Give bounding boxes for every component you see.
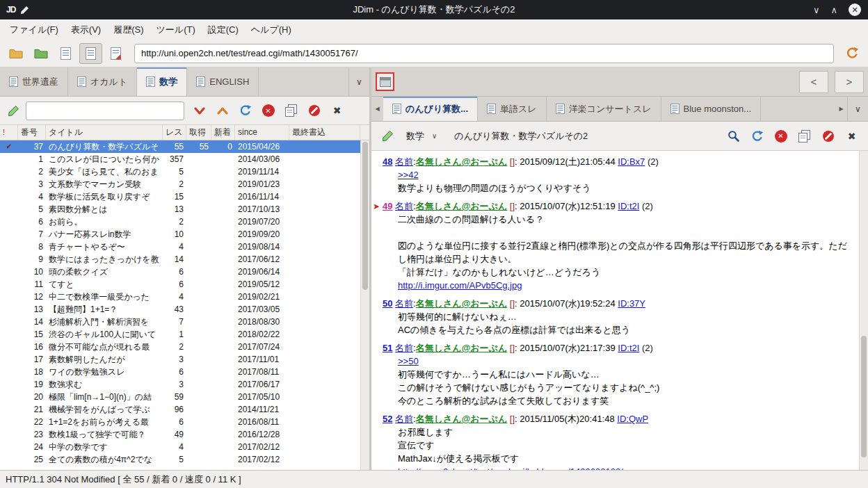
thread-tab[interactable]: 洋楽コンサートスレ: [547, 97, 661, 121]
stop-button[interactable]: ✕: [770, 126, 791, 147]
table-row[interactable]: 14杉浦解析入門・解析演習を72018/08/30: [0, 316, 360, 328]
board-tab-dropdown-button[interactable]: ∨: [348, 67, 369, 96]
thread-tab[interactable]: Blue moonston...: [661, 97, 762, 121]
thread-tab[interactable]: のんびり算数...: [383, 97, 478, 121]
table-row[interactable]: 15渋谷のギャル100人に聞いて12018/02/22: [0, 328, 360, 341]
close-view-button[interactable]: ✖: [841, 126, 862, 147]
post-body-link[interactable]: http://super2ch.net/test/read.cgi/kqbbzo…: [398, 466, 623, 470]
table-row[interactable]: 18ワイの数学勉強スレ62017/08/11: [0, 366, 360, 378]
board-scrollbar[interactable]: [360, 140, 369, 470]
table-row[interactable]: 19数強求む32017/06/17: [0, 378, 360, 391]
table-row[interactable]: 16微分不可能な点が現れる最22017/07/24: [0, 341, 360, 353]
column-header-res[interactable]: レス: [163, 125, 186, 140]
table-row[interactable]: 6お前ら。22019/07/20: [0, 215, 360, 228]
table-row[interactable]: 17素数解明したんだが32017/11/01: [0, 353, 360, 366]
board-tab[interactable]: ENGLISH: [187, 67, 259, 96]
board-tab[interactable]: オカルト: [68, 67, 137, 96]
table-row[interactable]: 7バナー応募スレin数学102019/09/20: [0, 228, 360, 241]
table-row[interactable]: 20極限「lim[n→1−0](n)」の結592017/05/10: [0, 391, 360, 403]
search-in-thread-button[interactable]: [723, 126, 744, 147]
post-id-link[interactable]: ID:t2I: [618, 343, 639, 353]
table-row[interactable]: 5素因数分解とは132017/10/13: [0, 203, 360, 215]
post-name-label-link[interactable]: 名前: [395, 201, 413, 211]
post-id-link[interactable]: ID:Bx7: [618, 156, 645, 167]
post-number-link[interactable]: 50: [383, 298, 392, 309]
copy-button[interactable]: [794, 126, 815, 147]
table-row[interactable]: 221+1=2をお前らが考える最62016/08/11: [0, 416, 360, 428]
table-row[interactable]: 21機械学習をがんばって学ぶ962014/11/21: [0, 403, 360, 416]
menu-item[interactable]: ツール(T): [150, 20, 202, 40]
board-filter-input[interactable]: [26, 101, 184, 120]
close-button[interactable]: ✕: [849, 3, 861, 16]
image-view-tab[interactable]: [376, 72, 394, 91]
post-body-link[interactable]: >>42: [398, 170, 419, 180]
menu-item[interactable]: 設定(C): [202, 20, 245, 40]
table-row[interactable]: 11てすと62019/05/12: [0, 278, 360, 291]
board-list-button[interactable]: [4, 43, 27, 64]
post-body-link[interactable]: >>50: [398, 356, 419, 366]
copy-button[interactable]: [280, 100, 302, 121]
column-header-num[interactable]: 番号: [18, 125, 46, 140]
menu-item[interactable]: ヘルプ(H): [245, 20, 298, 40]
search-prev-button[interactable]: [211, 100, 233, 121]
minimize-button[interactable]: ∨: [813, 6, 820, 15]
table-row[interactable]: 4数学板に活気を取り戻すぞ152016/11/14: [0, 190, 360, 203]
menu-item[interactable]: 履歴(S): [107, 20, 150, 40]
post-number-link[interactable]: 51: [383, 343, 392, 353]
url-input[interactable]: [134, 44, 834, 63]
table-row[interactable]: 23数検1級って独学で可能？492016/12/28: [0, 428, 360, 441]
table-row[interactable]: 24中学の数学です42017/02/12: [0, 441, 360, 453]
table-row[interactable]: 9数学にはまったきっかけを教142017/06/12: [0, 253, 360, 266]
table-row[interactable]: 12中二で数検準一級受かった42019/02/21: [0, 291, 360, 303]
board-tab[interactable]: 世界遺産: [0, 67, 68, 96]
board-tab[interactable]: 数学: [137, 67, 187, 96]
scrollbar-thumb[interactable]: [362, 142, 368, 290]
post-number-link[interactable]: 48: [383, 156, 392, 167]
post-name-label-link[interactable]: 名前: [395, 343, 413, 353]
favorites-button[interactable]: [29, 43, 52, 64]
stop-button[interactable]: ✕: [257, 100, 279, 121]
thread-scrollbar[interactable]: [859, 151, 868, 470]
post-name-label-link[interactable]: 名前: [395, 414, 413, 424]
reload-thread-button[interactable]: [746, 126, 768, 147]
scrollbar-thumb[interactable]: [861, 336, 867, 457]
table-row[interactable]: 1このスレが目についたら何か3572014/03/06: [0, 153, 360, 165]
table-row[interactable]: 10頭の柔軟クイズ62019/06/14: [0, 266, 360, 278]
column-header-since[interactable]: since: [235, 125, 289, 140]
thread-tab[interactable]: 単語スレ: [478, 97, 547, 121]
abone-button[interactable]: [817, 126, 839, 147]
table-row[interactable]: 13【超難問】1+1=？432017/03/05: [0, 303, 360, 316]
url-open-button[interactable]: [841, 43, 864, 64]
tab-scroll-left-button[interactable]: ◀: [371, 97, 383, 121]
write-post-button[interactable]: [377, 126, 399, 147]
search-next-button[interactable]: [188, 100, 210, 121]
close-view-button[interactable]: ✖: [326, 100, 348, 121]
menu-item[interactable]: ファイル(F): [3, 20, 65, 40]
reload-board-button[interactable]: [234, 100, 256, 121]
column-header-last[interactable]: 最終書込: [289, 125, 360, 140]
next-view-button[interactable]: >: [835, 71, 864, 93]
abone-button[interactable]: [303, 100, 325, 121]
post-name-label-link[interactable]: 名前: [395, 156, 413, 167]
maximize-button[interactable]: ∧: [830, 6, 837, 15]
post-number-link[interactable]: 52: [383, 414, 392, 424]
thread-tab-dropdown-button[interactable]: ∨: [847, 97, 868, 121]
menu-item[interactable]: 表示(V): [65, 20, 107, 40]
table-row[interactable]: ✔37のんびり算数・数学パズルそ555502015/04/26: [0, 140, 360, 153]
column-header-got[interactable]: 取得: [186, 125, 211, 140]
column-header-new[interactable]: 新着: [211, 125, 235, 140]
prev-view-button[interactable]: <: [799, 71, 828, 93]
table-row[interactable]: 25全ての素数の積が4π^2でな52017/02/12: [0, 453, 360, 466]
tab-scroll-right-button[interactable]: ▶: [835, 97, 847, 121]
board-select[interactable]: 数学 ∨: [401, 127, 442, 145]
column-header-mark[interactable]: !: [0, 125, 18, 140]
post-id-link[interactable]: ID:QwP: [617, 414, 648, 424]
new-thread-button[interactable]: [3, 100, 24, 121]
post-number-link[interactable]: 49: [383, 201, 392, 211]
table-row[interactable]: 8青チャートやるぞ〜42019/08/14: [0, 241, 360, 253]
post-id-link[interactable]: ID:t2I: [618, 201, 639, 211]
thread-view-button[interactable]: [79, 43, 102, 64]
column-header-title[interactable]: タイトル: [46, 125, 163, 140]
thread-list-button[interactable]: [54, 43, 77, 64]
image-view-button[interactable]: [104, 43, 127, 64]
